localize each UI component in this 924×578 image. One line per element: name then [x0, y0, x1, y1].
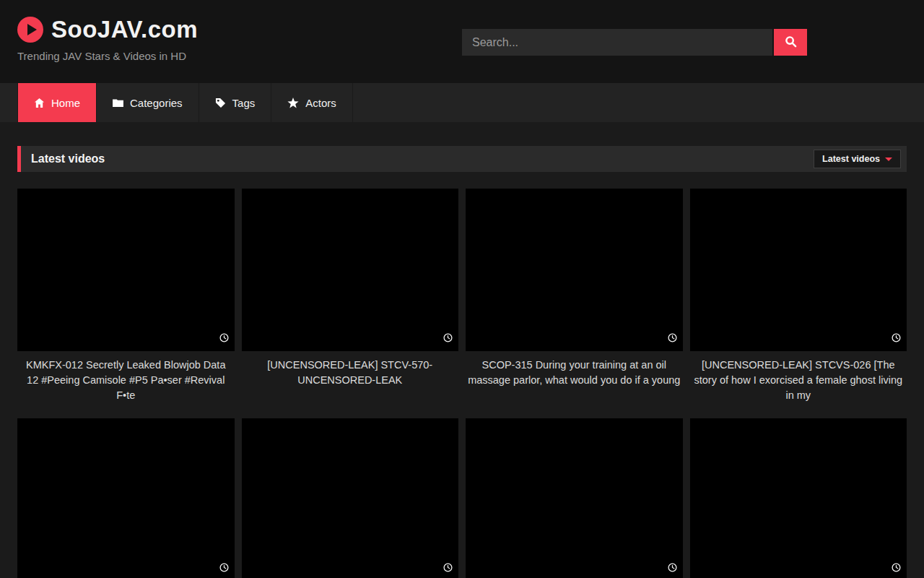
nav-item-home[interactable]: Home — [17, 83, 97, 122]
folder-icon — [113, 98, 123, 108]
star-icon — [287, 98, 299, 108]
video-thumbnail[interactable] — [242, 189, 459, 351]
tag-icon — [215, 98, 226, 108]
video-thumbnail[interactable] — [466, 418, 683, 578]
brand[interactable]: SooJAV.com Trending JAV Stars & Videos i… — [17, 16, 198, 62]
nav-item-tags[interactable]: Tags — [199, 83, 272, 122]
home-icon — [34, 98, 45, 108]
video-thumbnail[interactable] — [17, 418, 235, 578]
video-card[interactable]: [UNCENSORED-LEAK] STCVS-026 [The story o… — [690, 189, 907, 403]
chevron-down-icon — [885, 158, 892, 161]
nav-item-label: Actors — [305, 97, 336, 109]
accent-strip — [17, 146, 21, 172]
video-title[interactable]: [UNCENSORED-LEAK] STCVS-026 [The story o… — [690, 358, 907, 403]
video-title[interactable]: SCOP-315 During your training at an oil … — [466, 358, 683, 388]
nav-item-label: Categories — [130, 97, 183, 109]
clock-icon — [219, 562, 229, 575]
sort-dropdown-label: Latest videos — [822, 154, 880, 164]
clock-icon — [443, 332, 453, 345]
clock-icon — [892, 562, 901, 575]
video-thumbnail[interactable] — [690, 418, 907, 578]
video-grid: KMKFX-012 Secretly Leaked Blowjob Data 1… — [17, 189, 907, 578]
search-bar — [462, 29, 807, 56]
section-header: Latest videos Latest videos — [17, 146, 907, 172]
search-icon — [785, 35, 797, 50]
clock-icon — [668, 562, 677, 575]
search-input[interactable] — [462, 29, 772, 56]
clock-icon — [443, 562, 453, 575]
nav-item-actors[interactable]: Actors — [271, 83, 353, 122]
video-card[interactable]: NAMH-042 H Cup Big Tits Newcomer (170cm … — [17, 418, 235, 578]
video-thumbnail[interactable] — [242, 418, 459, 578]
sort-dropdown-button[interactable]: Latest videos — [814, 150, 901, 168]
clock-icon — [892, 332, 901, 345]
video-thumbnail[interactable] — [690, 189, 907, 351]
site-header: SooJAV.com Trending JAV Stars & Videos i… — [0, 0, 924, 83]
video-card[interactable]: [UNCENSORED-LEAK] STCV-570-UNCENSORED-LE… — [242, 189, 459, 403]
clock-icon — [219, 332, 229, 345]
nav-item-label: Tags — [232, 97, 256, 109]
site-logo-text[interactable]: SooJAV.com — [51, 16, 198, 43]
video-card[interactable]: [UNCENSORED-LEAK] MLA-231 [2 shots in — [466, 418, 683, 578]
search-button[interactable] — [774, 29, 807, 56]
play-logo-icon — [17, 17, 43, 43]
video-thumbnail[interactable] — [466, 189, 683, 351]
video-thumbnail[interactable] — [17, 189, 235, 351]
video-card[interactable]: UPSM-186 Girl @ Era Alice — [690, 418, 907, 578]
section-title: Latest videos — [31, 152, 105, 165]
main-content: Latest videos Latest videos KMKFX-012 Se… — [17, 146, 907, 578]
video-card[interactable]: SCOP-315 During your training at an oil … — [466, 189, 683, 403]
site-tagline: Trending JAV Stars & Videos in HD — [17, 50, 198, 62]
video-card[interactable]: KMKFX-012 Secretly Leaked Blowjob Data 1… — [17, 189, 235, 403]
video-title[interactable]: [UNCENSORED-LEAK] STCV-570-UNCENSORED-LE… — [242, 358, 459, 388]
main-nav: Home Categories Tags Actors — [0, 83, 924, 122]
video-title[interactable]: KMKFX-012 Secretly Leaked Blowjob Data 1… — [17, 358, 235, 403]
video-card[interactable]: [UNCENSORED-LEAK] MXGS-1296 Absolutely — [242, 418, 459, 578]
nav-item-categories[interactable]: Categories — [97, 83, 199, 122]
nav-item-label: Home — [51, 97, 80, 109]
clock-icon — [668, 332, 677, 345]
